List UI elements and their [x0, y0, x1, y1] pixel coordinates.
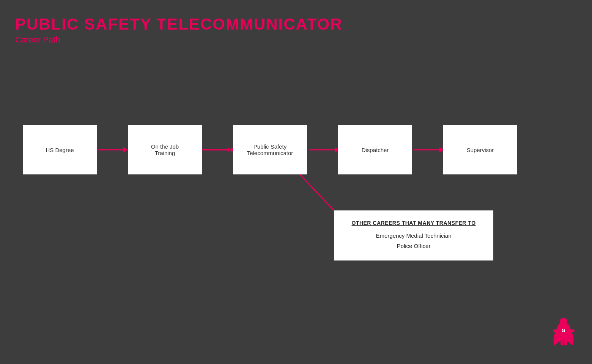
diagram-connections	[0, 0, 592, 364]
other-careers-item-1: Emergency Medial Technician	[345, 231, 482, 241]
card-pst: Public Safety Telecommunicator	[233, 125, 307, 174]
other-careers-container: OTHER CAREERS THAT MANY TRANSFER TO Emer…	[334, 210, 493, 260]
other-careers-item-2: Police Officer	[345, 241, 482, 251]
career-path-subtitle: Career Path	[15, 35, 343, 45]
svg-text:G: G	[562, 328, 565, 333]
svg-point-12	[560, 318, 567, 325]
card-dispatcher: Dispatcher	[338, 125, 412, 174]
card-on-the-job: On the Job Training	[128, 125, 202, 174]
card-hs-degree: HS Degree	[23, 125, 97, 174]
career-flow: HS Degree On the Job Training Public Saf…	[23, 125, 517, 174]
card-supervisor: Supervisor	[443, 125, 517, 174]
superhero-icon: G	[550, 317, 577, 351]
logo: G	[550, 317, 577, 353]
page-title: PUBLIC SAFETY TELECOMMUNICATOR	[15, 15, 343, 33]
other-careers-title: OTHER CAREERS THAT MANY TRANSFER TO	[345, 220, 482, 226]
svg-rect-13	[561, 338, 564, 345]
header: PUBLIC SAFETY TELECOMMUNICATOR Career Pa…	[15, 15, 343, 45]
svg-rect-14	[564, 338, 567, 345]
other-careers-card: OTHER CAREERS THAT MANY TRANSFER TO Emer…	[334, 210, 493, 260]
svg-line-10	[300, 174, 334, 210]
